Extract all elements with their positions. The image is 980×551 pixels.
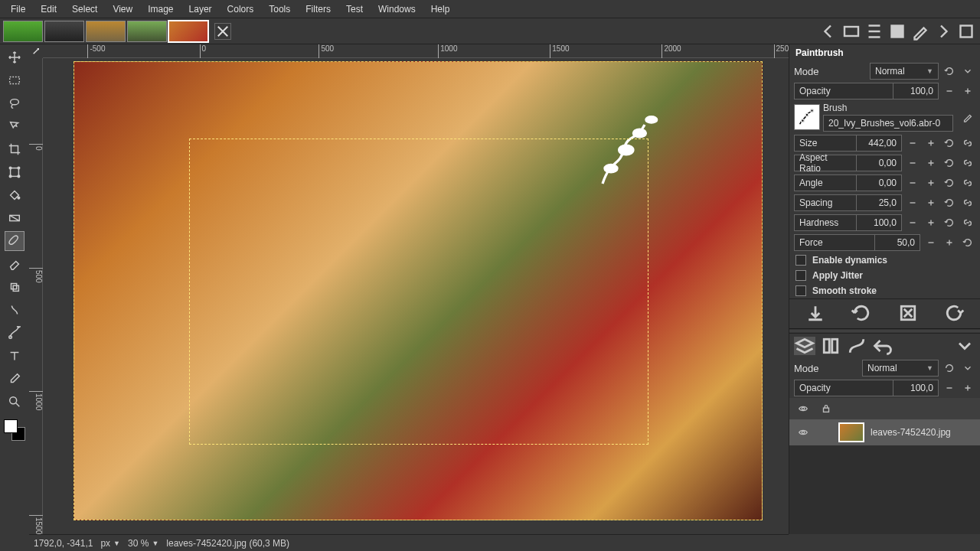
menu-view[interactable]: View <box>105 2 140 17</box>
decrease-icon[interactable] <box>905 175 920 191</box>
eraser-tool[interactable] <box>5 254 24 274</box>
increase-icon[interactable] <box>942 235 957 250</box>
crop-tool[interactable] <box>5 139 24 159</box>
zoom-tool[interactable] <box>5 392 24 412</box>
close-tab-button[interactable] <box>214 23 231 40</box>
increase-icon[interactable] <box>923 155 939 171</box>
transform-tool[interactable] <box>5 162 24 182</box>
restore-preset-icon[interactable] <box>851 304 872 322</box>
menu-colors[interactable]: Colors <box>220 2 262 17</box>
display-mode-2-icon[interactable] <box>865 22 884 41</box>
layer-opacity-value[interactable]: 100,0 <box>893 380 939 396</box>
hardness-slider[interactable]: Hardness 100,0 <box>794 214 902 231</box>
reset-mode-icon[interactable] <box>942 64 957 79</box>
decrease-icon[interactable] <box>905 195 920 210</box>
menu-edit[interactable]: Edit <box>33 2 64 17</box>
layer-row[interactable]: leaves-7452420.jpg <box>789 419 980 445</box>
size-slider[interactable]: Size 442,00 <box>794 135 902 152</box>
channels-tab-icon[interactable] <box>820 337 841 355</box>
path-tool[interactable] <box>5 323 24 343</box>
unit-dropdown[interactable]: px▼ <box>100 538 120 549</box>
menu-filters[interactable]: Filters <box>298 2 338 17</box>
increase-icon[interactable] <box>960 83 975 99</box>
layer-opacity-slider[interactable]: Opacity 100,0 <box>794 380 939 396</box>
mode-menu-icon[interactable] <box>960 64 975 79</box>
rect-select-tool[interactable] <box>5 70 24 90</box>
mode-dropdown[interactable]: Normal▼ <box>870 63 939 80</box>
bucket-tool[interactable] <box>5 185 24 205</box>
link-icon[interactable] <box>960 195 975 210</box>
save-preset-icon[interactable] <box>805 304 826 322</box>
slider-value[interactable]: 100,0 <box>856 214 902 231</box>
opacity-value[interactable]: 100,0 <box>893 83 939 99</box>
menu-help[interactable]: Help <box>423 2 458 17</box>
link-icon[interactable] <box>960 215 975 230</box>
increase-icon[interactable] <box>923 215 939 230</box>
fuzzy-select-tool[interactable] <box>5 116 24 136</box>
layer-visibility-icon[interactable] <box>795 425 811 440</box>
layer-mode-menu-icon[interactable] <box>960 360 975 376</box>
display-mode-3-icon[interactable] <box>888 22 906 41</box>
menu-icon[interactable] <box>957 22 975 41</box>
decrease-icon[interactable] <box>905 215 920 230</box>
reset-layer-mode-icon[interactable] <box>942 360 957 376</box>
layer-mode-dropdown[interactable]: Normal▼ <box>862 360 939 377</box>
force-slider[interactable]: Force 50,0 <box>794 234 920 251</box>
aspect-ratio-slider[interactable]: Aspect Ratio 0,00 <box>794 155 902 171</box>
paintbrush-tool[interactable] <box>5 231 24 251</box>
undo-tab-icon[interactable] <box>872 337 893 355</box>
zoom-dropdown[interactable]: 30 %▼ <box>128 538 158 549</box>
paths-tab-icon[interactable] <box>846 337 867 355</box>
color-picker-tool[interactable] <box>5 369 24 389</box>
slider-value[interactable]: 0,00 <box>856 174 902 191</box>
brush-preview[interactable] <box>794 104 820 130</box>
link-icon[interactable] <box>960 135 975 151</box>
image-layer[interactable] <box>74 61 763 520</box>
apply-jitter-check[interactable]: Apply Jitter <box>789 268 980 283</box>
menu-file[interactable]: File <box>3 2 33 17</box>
decrease-icon[interactable] <box>923 235 939 250</box>
image-tab-3[interactable] <box>86 21 126 42</box>
slider-value[interactable]: 25,0 <box>856 194 902 211</box>
brush-name-field[interactable]: 20_Ivy_Brushes_vol6.abr-0 <box>823 115 953 132</box>
decrease-icon[interactable] <box>905 135 920 151</box>
slider-value[interactable]: 0,00 <box>856 155 902 171</box>
increase-icon[interactable] <box>923 135 939 151</box>
reset-icon[interactable] <box>942 195 957 210</box>
move-tool[interactable] <box>5 47 24 67</box>
image-tab-1[interactable] <box>3 21 43 42</box>
reset-all-icon[interactable] <box>943 304 965 322</box>
layers-empty-area[interactable] <box>789 445 980 534</box>
enable-dynamics-check[interactable]: Enable dynamics <box>789 253 980 268</box>
decrease-icon[interactable] <box>942 380 957 396</box>
menu-layer[interactable]: Layer <box>181 2 220 17</box>
text-tool[interactable] <box>5 346 24 366</box>
menu-select[interactable]: Select <box>64 2 105 17</box>
canvas[interactable] <box>43 58 789 534</box>
smudge-tool[interactable] <box>5 300 24 320</box>
reset-icon[interactable] <box>942 215 957 230</box>
panel-menu-icon[interactable] <box>954 337 975 355</box>
reset-icon[interactable] <box>942 135 957 151</box>
foreground-color[interactable] <box>4 419 18 433</box>
opacity-slider[interactable]: Opacity 100,0 <box>794 83 939 99</box>
layer-thumbnail[interactable] <box>838 422 864 442</box>
spacing-slider[interactable]: Spacing 25,0 <box>794 194 902 211</box>
reset-icon[interactable] <box>942 155 957 171</box>
image-tab-2[interactable] <box>44 21 84 42</box>
panel-separator[interactable] <box>789 328 980 331</box>
eye-icon[interactable] <box>795 401 811 416</box>
horizontal-ruler[interactable]: -500 0 500 1000 1500 2000 2500 <box>43 44 789 58</box>
link-icon[interactable] <box>960 175 975 191</box>
layer-name[interactable]: leaves-7452420.jpg <box>871 427 951 438</box>
menu-windows[interactable]: Windows <box>371 2 423 17</box>
menu-tools[interactable]: Tools <box>261 2 298 17</box>
image-tab-5[interactable] <box>168 21 208 42</box>
gradient-tool[interactable] <box>5 208 24 228</box>
clone-tool[interactable] <box>5 277 24 297</box>
display-mode-1-icon[interactable] <box>842 22 861 41</box>
delete-preset-icon[interactable] <box>897 304 919 322</box>
menu-test[interactable]: Test <box>338 2 371 17</box>
smooth-stroke-check[interactable]: Smooth stroke <box>789 283 980 298</box>
slider-value[interactable]: 442,00 <box>856 135 902 152</box>
